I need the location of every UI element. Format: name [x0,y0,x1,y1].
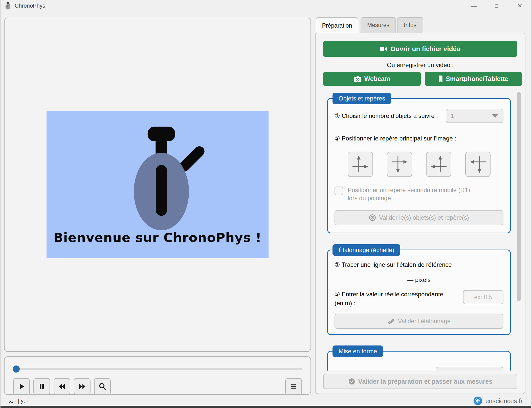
webcam-button[interactable]: Webcam [323,72,421,86]
validate-preparation-button[interactable]: Valider la préparation et passer aux mes… [323,374,517,389]
smartphone-button[interactable]: Smartphone/Tablette [425,72,522,86]
fast-forward-icon [78,382,86,391]
check-circle-icon [348,378,355,385]
camera-icon [354,76,361,82]
target-icon [369,214,376,221]
window-title: ChronoPhys [15,3,45,9]
axis-up-right-icon [350,154,370,174]
validate-objects-label: Valider le(s) objets(s) et repère(s) [379,214,469,221]
objects-step1-label: ① Choisir le nombre d'objets à suivre : [335,112,438,120]
validate-calibration-label: Valider l'étalonnage [398,318,451,325]
axis-left-down-button[interactable] [465,152,491,177]
stopwatch-illustration [47,119,269,230]
smartphone-icon [438,75,443,82]
brand-link[interactable]: ensciences.fr [473,396,523,405]
tab-mesures-label: Mesures [367,22,389,29]
validate-objects-button[interactable]: Valider le(s) objets(s) et repère(s) [335,210,503,225]
transport-panel [4,356,311,395]
open-video-label: Ouvrir un fichier vidéo [390,45,460,53]
axis-left-down-icon [468,154,488,174]
calibration-group-title: Étalonnage (échelle) [332,244,400,256]
pause-icon [38,382,46,391]
secondary-frame-label-line2: lors du pointage [348,194,470,202]
camcorder-icon [380,46,387,52]
slider-track[interactable] [13,368,302,370]
welcome-text: Bienvenue sur ChronoPhys ! [53,230,261,245]
app-icon [5,2,11,10]
window-bottom-edge [1,406,531,408]
tab-infos-label: Infos [404,22,416,29]
maximize-button[interactable]: □ [491,2,502,10]
objects-group-title: Objets et repères [332,93,391,104]
minimize-button[interactable]: — [468,2,479,10]
video-display-panel: Bienvenue sur ChronoPhys ! [4,18,311,352]
app-window: ChronoPhys — □ ✕ Bienvenue sur ChronoPhy… [0,0,531,408]
calibration-groupbox: Étalonnage (échelle) ① Tracer une ligne … [327,250,511,335]
format-groupbox: Mise en forme Couleur : Bleu [327,351,511,371]
objects-step2-label: ② Positionner le repère principal sur l'… [335,134,503,143]
fast-forward-button[interactable] [74,378,91,395]
axis-right-down-icon [390,154,409,174]
secondary-frame-checkbox[interactable] [335,187,343,195]
video-position-slider[interactable] [13,365,302,373]
axis-up-left-button[interactable] [426,152,451,177]
real-value-input[interactable] [463,290,503,304]
tab-mesures[interactable]: Mesures [361,17,396,33]
object-count-value: 1 [451,112,454,119]
validate-calibration-button[interactable]: Valider l'étalonnage [335,314,503,329]
brand-text: ensciences.fr [485,397,523,405]
play-icon [17,382,26,391]
webcam-label: Webcam [364,75,390,83]
ruler-icon [387,318,395,324]
secondary-frame-label: Positionner un repère secondaire mobile … [348,186,470,202]
rewind-icon [58,382,66,391]
slider-thumb[interactable] [13,365,20,373]
tab-infos[interactable]: Infos [397,17,423,33]
scrollbar-thumb[interactable] [517,92,521,301]
objects-groupbox: Objets et repères ① Choisir le nombre d'… [327,98,511,233]
object-count-dropdown[interactable]: 1 [446,109,503,123]
welcome-image: Bienvenue sur ChronoPhys ! [47,111,269,258]
preparation-panel: Ouvrir un fichier vidéo Ou enregistrer u… [315,33,525,394]
color-label: Couleur : [335,369,359,371]
open-video-button[interactable]: Ouvrir un fichier vidéo [323,41,517,57]
axis-up-right-button[interactable] [348,152,373,177]
pixels-value-label: — pixels [335,276,503,283]
tab-preparation-label: Préparation [322,22,352,29]
tab-preparation[interactable]: Préparation [316,17,358,33]
menu-button[interactable] [285,378,302,395]
secondary-frame-label-line1: Positionner un repère secondaire mobile … [348,186,470,194]
calibration-step2-label: ② Entrer la valeur réelle correspondante… [335,290,453,308]
play-button[interactable] [13,378,30,395]
color-value: Bleu [441,370,453,371]
settings-scroll-area: Objets et repères ① Choisir le nombre d'… [316,91,525,371]
axis-up-left-icon [429,154,449,174]
close-button[interactable]: ✕ [514,2,525,10]
magnifier-icon [98,382,106,391]
axis-right-down-button[interactable] [387,152,412,177]
calibration-step1-label: ① Tracer une ligne sur l'étalon de référ… [335,260,503,269]
format-group-title: Mise en forme [332,345,383,357]
coordinates-status: x: - | y: - [9,398,28,404]
validate-preparation-label: Valider la préparation et passer aux mes… [358,378,493,385]
zoom-button[interactable] [94,378,111,395]
or-record-label: Ou enregistrer un vidéo : [316,62,525,69]
smartphone-label: Smartphone/Tablette [446,75,508,83]
rewind-button[interactable] [54,378,70,395]
color-dropdown[interactable]: Bleu [436,367,503,371]
ensciences-logo-icon [473,396,482,405]
chevron-down-icon [492,114,498,118]
pause-button[interactable] [33,378,50,395]
title-bar: ChronoPhys — □ ✕ [1,0,531,12]
hamburger-icon [290,382,298,391]
